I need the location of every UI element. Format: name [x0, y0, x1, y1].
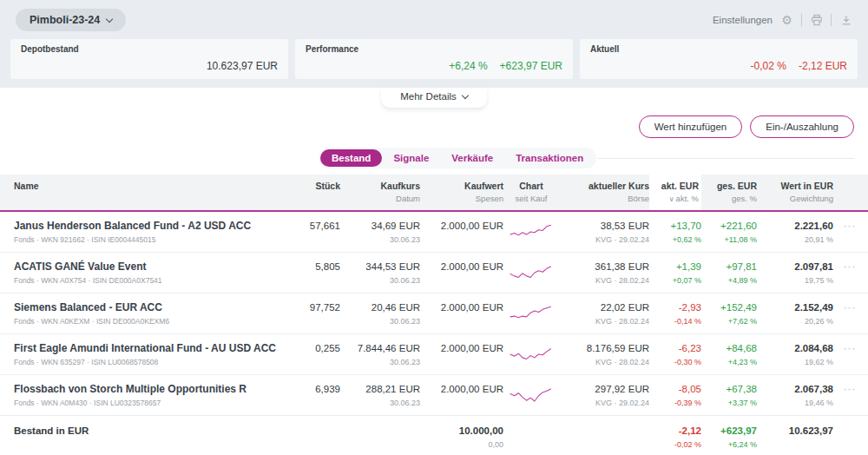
akt-cell: -8,05-0,39 % — [649, 383, 701, 408]
col-header-stueck[interactable]: Stück — [285, 175, 340, 210]
kaufkurs-cell: 344,53 EUR30.06.23 — [340, 260, 420, 286]
row-menu-button[interactable]: ··· — [833, 301, 856, 313]
col-header-akt-sorted[interactable]: akt. EUR ∨akt. % — [649, 175, 701, 210]
ges-cell: +84,68+4,23 % — [701, 342, 757, 367]
kurs-cell: 361,38 EURKVG · 28.02.24 — [559, 260, 649, 286]
wert-cell: 2.221,6020,91 % — [757, 220, 833, 245]
gear-icon[interactable]: ⚙ — [780, 14, 793, 27]
akt-cell: +1,39+0,07 % — [649, 260, 701, 286]
fund-cell: ACATIS GANÉ Value Event Fonds · WKN A0X7… — [14, 260, 285, 286]
depot-value: 10.623,97 EUR — [21, 60, 278, 72]
col-header-menu — [833, 175, 856, 210]
chevron-down-icon — [462, 91, 469, 98]
fund-identifiers: Fonds · WKN 635297 · ISIN LU0068578508 — [14, 358, 285, 367]
total-akt-cell: -2,12 -0,02 % — [649, 425, 701, 450]
ges-cell: +221,60+11,08 % — [701, 220, 757, 245]
tab-verkaeufe[interactable]: Verkäufe — [440, 149, 504, 167]
table-row: Janus Henderson Balanced Fund - A2 USD A… — [0, 212, 868, 253]
sparkline-chart — [503, 342, 559, 365]
printer-icon[interactable] — [810, 14, 823, 27]
col-header-chart[interactable]: Chartseit Kauf — [503, 175, 559, 210]
tabs-bar: Bestand Signale Verkäufe Transaktionen — [14, 148, 854, 168]
total-kaufwert-cell: 10.000,00 0,00 — [420, 425, 503, 450]
kurs-cell: 22,02 EURKVG · 28.02.24 — [559, 301, 649, 326]
sparkline-chart — [503, 220, 559, 242]
kaufkurs-cell: 20,46 EUR30.06.23 — [340, 301, 420, 326]
table-row: Flossbach von Storch Multiple Opportunit… — [0, 375, 868, 416]
kaufkurs-cell: 288,21 EUR30.06.23 — [340, 383, 420, 408]
total-label: Bestand in EUR — [14, 425, 420, 437]
row-menu-button[interactable]: ··· — [833, 383, 856, 395]
fund-cell: Flossbach von Storch Multiple Opportunit… — [14, 383, 285, 408]
akt-cell: +13,70+0,62 % — [649, 220, 701, 245]
stueck-cell: 97,752 — [285, 301, 340, 313]
more-details-button[interactable]: Mehr Details — [381, 88, 487, 108]
add-value-button[interactable]: Wert hinzufügen — [639, 115, 743, 138]
fund-name-link[interactable]: Janus Henderson Balanced Fund - A2 USD A… — [14, 220, 285, 232]
akt-cell: -6,23-0,30 % — [649, 342, 701, 367]
deposit-withdraw-button[interactable]: Ein-/Auszahlung — [750, 115, 854, 138]
portfolio-selector[interactable]: Pimboli-23-24 — [16, 9, 126, 31]
col-header-ges[interactable]: ges. EURges. % — [701, 175, 757, 210]
card-label: Performance — [306, 44, 562, 54]
stueck-cell: 0,255 — [285, 342, 340, 354]
performance-amount: +623,97 EUR — [500, 60, 562, 72]
divider — [831, 14, 832, 26]
sort-chevron-icon: ∨ — [669, 195, 674, 203]
stueck-cell: 5,805 — [285, 260, 340, 273]
card-aktuell: Aktuell -0,02 %-2,12 EUR — [580, 39, 858, 79]
kaufwert-cell: 2.000,00 EUR — [420, 342, 503, 358]
fund-name-link[interactable]: First Eagle Amundi International Fund - … — [14, 342, 285, 354]
ges-cell: +97,81+4,89 % — [701, 260, 757, 286]
total-wert-cell: 10.623,97 — [757, 425, 833, 437]
row-menu-button[interactable]: ··· — [833, 342, 856, 354]
download-icon[interactable] — [839, 14, 852, 27]
aktuell-percent: -0,02 % — [751, 60, 786, 72]
tab-transaktionen[interactable]: Transaktionen — [504, 149, 595, 167]
card-label: Depotbestand — [21, 44, 278, 54]
kaufwert-cell: 2.000,00 EUR — [420, 383, 503, 399]
header-tools: Einstellungen ⚙ — [713, 14, 852, 27]
col-header-wert[interactable]: Wert in EURGewichtung — [757, 175, 833, 210]
kaufkurs-cell: 7.844,46 EUR30.06.23 — [340, 342, 420, 367]
col-header-kaufkurs[interactable]: KaufkursDatum — [340, 175, 420, 210]
col-header-kaufwert[interactable]: KaufwertSpesen — [420, 175, 503, 210]
portfolio-page: Pimboli-23-24 Einstellungen ⚙ — [0, 0, 868, 455]
tab-signale[interactable]: Signale — [382, 149, 440, 167]
summary-header: Pimboli-23-24 Einstellungen ⚙ — [0, 0, 868, 88]
fund-name-link[interactable]: Flossbach von Storch Multiple Opportunit… — [14, 383, 285, 395]
kaufwert-cell: 2.000,00 EUR — [420, 260, 503, 276]
fund-cell: First Eagle Amundi International Fund - … — [14, 342, 285, 367]
total-row-bestand: Bestand in EUR 10.000,00 0,00 -2,12 -0,0… — [0, 416, 868, 455]
table-header: Name Stück KaufkursDatum KaufwertSpesen … — [0, 175, 868, 212]
akt-cell: -2,93-0,14 % — [649, 301, 701, 326]
table-body: Janus Henderson Balanced Fund - A2 USD A… — [0, 212, 868, 416]
tab-strip: Bestand Signale Verkäufe Transaktionen — [319, 148, 596, 168]
ges-cell: +67,38+3,37 % — [701, 383, 757, 408]
wert-cell: 2.067,3819,46 % — [757, 383, 833, 408]
tab-bestand[interactable]: Bestand — [320, 149, 382, 167]
fund-name-link[interactable]: Siemens Balanced - EUR ACC — [14, 301, 285, 313]
kaufwert-cell: 2.000,00 EUR — [420, 301, 503, 317]
row-menu-button[interactable]: ··· — [833, 260, 856, 273]
col-header-name[interactable]: Name — [14, 175, 285, 210]
fund-name-link[interactable]: ACATIS GANÉ Value Event — [14, 260, 285, 273]
sparkline-chart — [503, 301, 559, 324]
fund-identifiers: Fonds · WKN A0M430 · ISIN LU0323578657 — [14, 399, 285, 408]
wert-cell: 2.097,8119,75 % — [757, 260, 833, 286]
sparkline-chart — [503, 260, 559, 283]
card-label: Aktuell — [590, 44, 847, 54]
col-header-kurs[interactable]: aktueller KursBörse — [559, 175, 649, 210]
wert-cell: 2.152,4920,26 % — [757, 301, 833, 326]
divider — [801, 14, 802, 26]
table-row: Siemens Balanced - EUR ACC Fonds · WKN A… — [0, 293, 868, 334]
kurs-cell: 8.176,59 EURKVG · 28.02.24 — [559, 342, 649, 367]
wert-cell: 2.084,6819,62 % — [757, 342, 833, 367]
table-row: ACATIS GANÉ Value Event Fonds · WKN A0X7… — [0, 253, 868, 293]
total-ges-cell: +623,97 +6,24 % — [701, 425, 757, 450]
kurs-cell: 297,92 EURKVG · 29.02.24 — [559, 383, 649, 408]
more-details-label: Mehr Details — [400, 91, 457, 102]
divider — [598, 158, 854, 159]
stueck-cell: 57,661 — [285, 220, 340, 232]
row-menu-button[interactable]: ··· — [833, 220, 856, 232]
